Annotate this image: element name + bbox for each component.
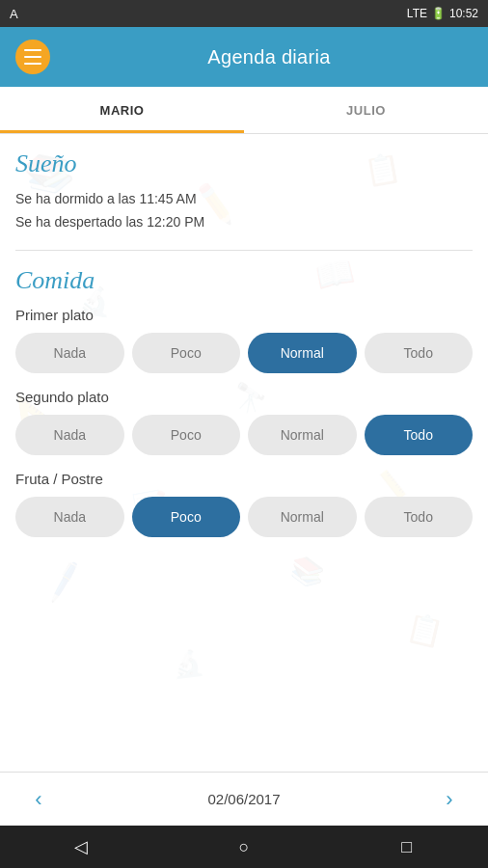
- segundo-plato-label: Segundo plato: [15, 389, 473, 405]
- primer-plato-group: Primer plato Nada Poco Normal Todo: [15, 307, 473, 373]
- time-display: 10:52: [449, 7, 478, 20]
- prev-date-button[interactable]: ‹: [19, 780, 58, 819]
- segundo-plato-group: Segundo plato Nada Poco Normal Todo: [15, 389, 473, 455]
- bottom-nav: ‹ 02/06/2017 ›: [0, 772, 488, 826]
- segundo-plato-todo-btn[interactable]: Todo: [365, 415, 474, 455]
- status-right-group: LTE 🔋 10:52: [407, 7, 478, 20]
- menu-line-3: [24, 63, 41, 65]
- signal-icon: LTE: [407, 7, 427, 20]
- tab-mario[interactable]: MARIO: [0, 87, 244, 133]
- android-home-button[interactable]: ○: [230, 832, 258, 861]
- sleep-line2: Se ha despertado las 12:20 PM: [15, 211, 473, 234]
- status-app-indicator: A: [10, 7, 18, 21]
- svg-text:📚: 📚: [288, 553, 327, 590]
- primer-plato-nada-btn[interactable]: Nada: [15, 333, 124, 373]
- segundo-plato-normal-btn[interactable]: Normal: [248, 415, 357, 455]
- primer-plato-label: Primer plato: [15, 307, 473, 323]
- fruta-postre-poco-btn[interactable]: Poco: [132, 497, 241, 537]
- menu-button[interactable]: [15, 40, 50, 74]
- fruta-postre-nada-btn[interactable]: Nada: [15, 497, 124, 537]
- fruta-postre-todo-btn[interactable]: Todo: [365, 497, 474, 537]
- menu-line-2: [24, 56, 41, 58]
- primer-plato-poco-btn[interactable]: Poco: [132, 333, 241, 373]
- app-header: Agenda diaria: [0, 27, 488, 87]
- primer-plato-buttons: Nada Poco Normal Todo: [15, 333, 473, 373]
- main-content: 📚 ✏️ 📋 🔬 📖 ✂️ 📐 🔭 📝 📏 🖊️ 📚 🔬 📋 Sueño Se …: [0, 134, 488, 773]
- android-back-button[interactable]: ◁: [67, 832, 95, 861]
- tab-julio[interactable]: JULIO: [244, 87, 488, 133]
- current-date: 02/06/2017: [207, 791, 280, 807]
- tab-bar: MARIO JULIO: [0, 87, 488, 134]
- android-recent-button[interactable]: □: [393, 832, 421, 861]
- fruta-postre-group: Fruta / Postre Nada Poco Normal Todo: [15, 471, 473, 537]
- android-nav-bar: ◁ ○ □: [0, 826, 488, 868]
- segundo-plato-buttons: Nada Poco Normal Todo: [15, 415, 473, 455]
- status-bar: A LTE 🔋 10:52: [0, 0, 488, 27]
- app-title: Agenda diaria: [66, 46, 473, 68]
- food-title: Comida: [15, 266, 473, 295]
- svg-text:🔬: 🔬: [171, 646, 206, 681]
- battery-icon: 🔋: [431, 7, 446, 20]
- svg-text:📋: 📋: [403, 610, 447, 652]
- divider-1: [15, 250, 473, 251]
- fruta-postre-buttons: Nada Poco Normal Todo: [15, 497, 473, 537]
- primer-plato-normal-btn[interactable]: Normal: [248, 333, 357, 373]
- next-date-button[interactable]: ›: [430, 780, 469, 819]
- sleep-title: Sueño: [15, 149, 473, 178]
- fruta-postre-label: Fruta / Postre: [15, 471, 473, 487]
- sleep-line1: Se ha dormido a las 11:45 AM: [15, 188, 473, 211]
- svg-text:🖊️: 🖊️: [41, 559, 87, 605]
- sleep-section: Sueño Se ha dormido a las 11:45 AM Se ha…: [0, 134, 488, 242]
- fruta-postre-normal-btn[interactable]: Normal: [248, 497, 357, 537]
- food-section: Comida Primer plato Nada Poco Normal Tod…: [0, 258, 488, 556]
- menu-line-1: [24, 49, 41, 51]
- segundo-plato-nada-btn[interactable]: Nada: [15, 415, 124, 455]
- primer-plato-todo-btn[interactable]: Todo: [365, 333, 474, 373]
- segundo-plato-poco-btn[interactable]: Poco: [132, 415, 241, 455]
